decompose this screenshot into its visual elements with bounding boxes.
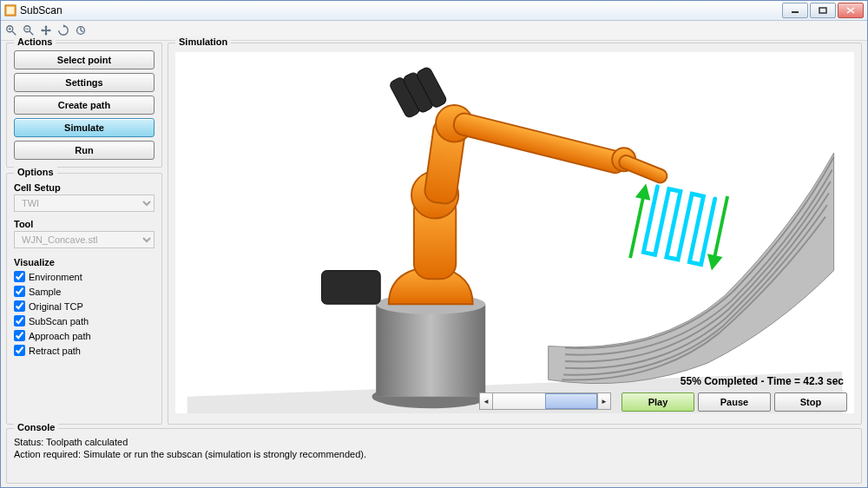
scan-path <box>625 178 732 276</box>
slider-left-arrow[interactable]: ◄ <box>479 392 493 410</box>
zoom-in-icon[interactable] <box>4 23 18 37</box>
simulation-panel: Simulation <box>168 43 862 425</box>
console-legend: Console <box>14 422 58 432</box>
cell-setup-label: Cell Setup <box>14 182 155 193</box>
chk-environment-label: Environment <box>29 272 82 282</box>
robot-pedestal <box>372 294 490 409</box>
close-button[interactable] <box>838 3 864 18</box>
chk-sample-label: Sample <box>29 287 61 297</box>
progress-status-text: 55% Completed - Time = 42.3 sec <box>681 375 844 387</box>
chk-original-tcp: Original TCP <box>14 300 155 312</box>
scene-svg <box>175 52 854 413</box>
pan-icon[interactable] <box>39 23 53 37</box>
progress-slider[interactable]: ◄ ► <box>479 392 611 410</box>
svg-rect-3 <box>819 8 826 13</box>
chk-retract-path-label: Retract path <box>29 346 81 356</box>
app-window: SubScan Actions S <box>0 0 868 488</box>
svg-line-18 <box>630 192 644 258</box>
body: Actions Select point Settings Create pat… <box>1 39 867 487</box>
figure-toolbar <box>1 21 867 41</box>
console-line-1: Status: Toolpath calculated <box>14 436 854 448</box>
settings-button[interactable]: Settings <box>14 73 155 92</box>
chk-approach-path-input[interactable] <box>14 330 25 341</box>
simulation-legend: Simulation <box>175 36 231 47</box>
sample-surface <box>549 153 834 384</box>
actions-panel: Actions Select point Settings Create pat… <box>6 43 162 168</box>
slider-track[interactable] <box>493 392 597 410</box>
window-buttons <box>782 3 864 18</box>
run-button[interactable]: Run <box>14 141 155 160</box>
zoom-out-icon[interactable] <box>22 23 36 37</box>
svg-marker-21 <box>707 256 720 268</box>
chk-retract-path-input[interactable] <box>14 345 25 356</box>
console-line-2: Action required: Simulate or run the sub… <box>14 448 854 460</box>
svg-rect-30 <box>451 111 628 175</box>
options-panel: Options Cell Setup TWI Tool WJN_Concave.… <box>6 173 162 425</box>
titlebar: SubScan <box>1 1 867 21</box>
rotate-icon[interactable] <box>56 23 70 37</box>
tool-label: Tool <box>14 219 155 229</box>
chk-approach-path-label: Approach path <box>29 331 91 341</box>
play-button[interactable]: Play <box>621 392 694 412</box>
home-icon[interactable] <box>74 23 88 37</box>
select-point-button[interactable]: Select point <box>14 50 155 69</box>
robot-arm <box>389 105 669 304</box>
app-icon <box>4 4 16 16</box>
maximize-button[interactable] <box>810 3 836 18</box>
create-path-button[interactable]: Create path <box>14 96 155 115</box>
chk-subscan-path-label: SubScan path <box>29 316 89 326</box>
minimize-button[interactable] <box>782 3 808 18</box>
tool-select[interactable]: WJN_Concave.stl <box>14 231 155 248</box>
playback-controls: Play Pause Stop <box>621 392 847 412</box>
svg-marker-19 <box>638 187 650 199</box>
chk-original-tcp-input[interactable] <box>14 300 25 312</box>
stop-button[interactable]: Stop <box>774 392 847 412</box>
chk-environment-input[interactable] <box>14 271 25 282</box>
svg-line-16 <box>81 30 83 32</box>
chk-subscan-path-input[interactable] <box>14 315 25 326</box>
upper-row: Actions Select point Settings Create pat… <box>6 43 862 425</box>
svg-line-7 <box>12 31 16 35</box>
svg-rect-24 <box>376 304 485 396</box>
svg-rect-1 <box>7 7 15 15</box>
cell-setup-select[interactable]: TWI <box>14 195 155 212</box>
options-legend: Options <box>14 167 57 177</box>
left-column: Actions Select point Settings Create pat… <box>6 43 162 425</box>
chk-subscan-path: SubScan path <box>14 315 155 326</box>
chk-environment: Environment <box>14 271 155 282</box>
console-panel: Console Status: Toolpath calculated Acti… <box>6 428 862 484</box>
chk-retract-path: Retract path <box>14 345 155 356</box>
chk-approach-path: Approach path <box>14 330 155 341</box>
svg-rect-32 <box>617 154 669 185</box>
actions-legend: Actions <box>14 36 56 47</box>
svg-line-20 <box>713 196 727 262</box>
pause-button[interactable]: Pause <box>698 392 771 412</box>
slider-right-arrow[interactable]: ► <box>597 392 611 410</box>
simulate-button[interactable]: Simulate <box>14 118 155 137</box>
slider-thumb[interactable] <box>545 393 597 409</box>
chk-sample-input[interactable] <box>14 286 25 297</box>
right-column: Simulation <box>168 43 862 425</box>
chk-sample: Sample <box>14 286 155 297</box>
visualize-label: Visualize <box>14 257 155 267</box>
chk-original-tcp-label: Original TCP <box>29 301 83 312</box>
simulation-viewport[interactable]: 55% Completed - Time = 42.3 sec ◄ ► Play… <box>175 52 854 413</box>
svg-line-11 <box>30 31 33 35</box>
svg-rect-36 <box>321 271 380 305</box>
window-title: SubScan <box>20 4 62 16</box>
